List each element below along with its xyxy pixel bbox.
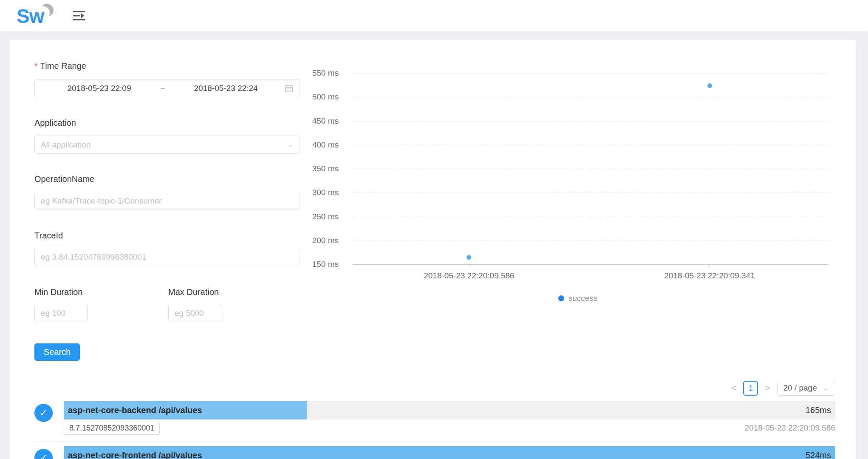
trace-bar-row: asp-net-core-backend /api/values 165ms [64,401,835,419]
time-range-end-value[interactable]: 2018-05-23 22:24 [167,84,284,93]
y-axis-tick-label: 250 ms [306,212,339,221]
trace-item[interactable]: ✓ asp-net-core-backend /api/values 165ms… [34,401,835,435]
application-select-placeholder: All application [41,140,90,150]
x-axis-tick-label: 2018-05-23 22:20:09.341 [664,271,755,280]
time-range-picker[interactable]: 2018-05-23 22:09 ~ 2018-05-23 22:24 [34,79,300,97]
success-check-icon: ✓ [34,449,53,459]
scatter-point[interactable] [467,255,471,260]
trace-title: asp-net-core-frontend /api/values [68,446,202,459]
application-select-wrap: All application ⌄ [34,136,300,154]
gridline [353,73,828,74]
chevron-down-icon: ⌄ [288,141,294,148]
page-size-select[interactable]: 20 / page ⌄ [777,381,836,396]
x-axis-tick [469,264,469,267]
application-label: Application [34,118,300,128]
min-duration-label: Min Duration [34,287,162,297]
chevron-down-icon: ⌄ [823,385,829,392]
y-axis-tick-label: 550 ms [306,68,339,78]
y-axis-tick-label: 500 ms [306,92,339,102]
gridline [353,193,828,193]
trace-result-list: ✓ asp-net-core-backend /api/values 165ms… [34,401,835,459]
max-duration-field-wrap [168,304,221,322]
gridline [353,97,828,97]
search-button[interactable]: Search [34,343,80,361]
trace-item-body: asp-net-core-frontend /api/values 524ms [64,446,835,459]
legend-label: success [568,294,598,303]
success-check-icon: ✓ [34,404,53,422]
trace-id-label: TraceId [34,231,300,241]
trace-id-input[interactable] [34,248,300,266]
y-axis-tick-label: 200 ms [306,236,339,245]
application-select[interactable]: All application ⌄ [34,136,300,154]
max-duration-input[interactable] [168,304,221,322]
scatter-point[interactable] [707,83,712,88]
y-axis-tick-label: 150 ms [306,260,339,269]
prev-page-button[interactable]: < [729,383,738,393]
time-range-picker-wrap: 2018-05-23 22:09 ~ 2018-05-23 22:24 [34,79,300,97]
trace-duration: 524ms [806,446,831,459]
required-asterisk: * [34,61,38,71]
pagination: < 1 > 20 / page ⌄ [729,380,835,396]
gridline [353,241,828,241]
trace-meta-row: 8.7.15270852093360001 2018-05-23 22:20:0… [64,421,835,435]
calendar-icon[interactable] [284,84,294,93]
legend-item-success[interactable]: success [306,294,850,303]
trace-bar-row: asp-net-core-frontend /api/values 524ms [64,446,835,459]
skywalking-logo[interactable]: Sw [17,4,51,28]
menu-unfold-icon[interactable] [72,9,87,22]
y-axis-tick-label: 350 ms [306,164,339,173]
max-duration-label: Max Duration [168,287,296,297]
scatter-plot [353,73,828,264]
y-axis-tick-label: 300 ms [306,188,339,197]
gridline [353,145,828,145]
trace-item[interactable]: ✓ asp-net-core-frontend /api/values 524m… [34,441,835,459]
x-axis-tick-label: 2018-05-23 22:20:09.586 [424,271,514,280]
trace-id-field-wrap [34,248,300,266]
time-range-label: *Time Range [34,61,300,71]
trace-id-badge: 8.7.15270852093360001 [64,422,160,435]
trace-title: asp-net-core-backend /api/values [68,401,202,419]
operation-name-label: OperationName [34,174,300,184]
gridline [353,169,828,169]
operation-name-input[interactable] [34,192,300,210]
next-page-button[interactable]: > [763,383,772,393]
time-range-start-value[interactable]: 2018-05-23 22:09 [41,84,158,93]
duration-scatter-chart: 550 ms500 ms450 ms400 ms350 ms300 ms250 … [306,40,850,329]
trace-timestamp: 2018-05-23 22:20:09.586 [745,423,835,433]
logo-text: Sw [17,5,44,28]
y-axis-tick-label: 400 ms [306,140,339,150]
min-duration-input[interactable] [34,304,88,322]
gridline [353,121,828,122]
legend-dot-icon [558,295,564,301]
operation-name-field-wrap [34,192,300,210]
x-axis-tick [710,264,710,267]
page-size-label: 20 / page [783,383,817,393]
time-range-separator: ~ [158,84,167,93]
time-range-field: *Time Range [34,61,300,71]
trace-duration: 165ms [806,401,831,419]
page-number-1[interactable]: 1 [743,381,758,396]
gridline [353,217,828,217]
header-divider [55,10,55,21]
trace-search-panel: *Time Range 2018-05-23 22:09 ~ 2018-05-2… [10,40,856,459]
y-axis-tick-label: 450 ms [306,116,339,126]
min-duration-field-wrap [34,304,88,322]
trace-item-body: asp-net-core-backend /api/values 165ms 8… [64,401,835,435]
app-header: Sw [0,0,868,31]
x-axis-line [353,264,828,265]
